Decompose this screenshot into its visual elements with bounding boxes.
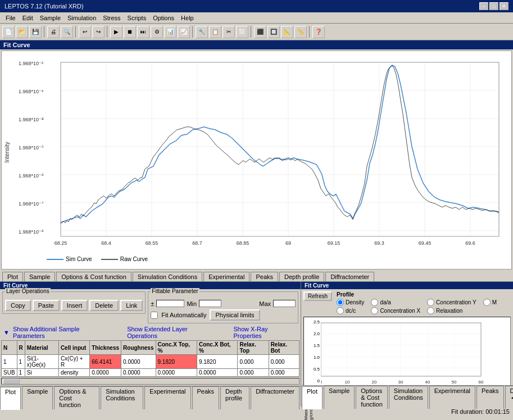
toolbar-undo[interactable]: ↩ — [79, 26, 91, 38]
tab-diffractometer[interactable]: Diffractometer — [325, 272, 374, 281]
toolbar-redo[interactable]: ↪ — [92, 26, 105, 38]
toolbar-b7[interactable]: 🔧 — [196, 26, 208, 38]
toolbar-new[interactable]: 📄 — [2, 26, 15, 38]
menu-options[interactable]: Options — [149, 13, 178, 22]
svg-text:68.25: 68.25 — [55, 240, 67, 246]
toolbar-b2[interactable]: ⏹ — [124, 26, 136, 38]
menu-sample[interactable]: Sample — [37, 13, 64, 22]
physical-limits-button[interactable]: Physical limits — [210, 309, 260, 321]
show-xray-props[interactable]: Show X-Ray Properties — [233, 326, 297, 339]
toolbar-b10[interactable]: ⬜ — [236, 26, 248, 38]
svg-text:0: 0 — [321, 380, 323, 385]
min-value-input[interactable] — [199, 300, 221, 307]
show-additional-params[interactable]: Show Additional Sample Parameters — [13, 326, 112, 339]
refresh-button[interactable]: Refresh — [303, 291, 332, 301]
tab-experimental[interactable]: Experimental — [203, 272, 249, 281]
svg-text:69.15: 69.15 — [328, 240, 341, 246]
rtab-plot[interactable]: Plot — [302, 386, 323, 409]
tab-depth-profile[interactable]: Depth profile — [279, 272, 324, 281]
radio-m[interactable]: M — [483, 299, 497, 306]
toolbar-b4[interactable]: ⚙ — [151, 26, 163, 38]
fittable-minmax-row: ± Min Max — [151, 300, 296, 307]
ytick-15: 1.5 — [314, 343, 320, 348]
tab-sample[interactable]: Sample — [24, 272, 55, 281]
toolbar-b6[interactable]: 📈 — [178, 26, 190, 38]
toolbar-b14[interactable]: 📏 — [294, 26, 307, 38]
fit-auto-checkbox[interactable] — [151, 312, 158, 319]
radio-relaxation[interactable]: Relaxation — [427, 307, 476, 314]
btab-experimental[interactable]: Experimental — [144, 386, 190, 409]
toolbar-b12[interactable]: 🔲 — [267, 26, 280, 38]
cell-conctop-1[interactable]: 9.1820 — [156, 355, 197, 369]
delete-button[interactable]: Delete — [89, 300, 119, 311]
toolbar-b1[interactable]: ▶ — [110, 26, 122, 38]
btab-sample[interactable]: Sample — [22, 386, 53, 409]
rtab-sim-cond[interactable]: Simulation Conditions — [389, 386, 428, 409]
svg-rect-51 — [321, 323, 481, 376]
tab-options-cost[interactable]: Options & Cost function — [56, 272, 131, 281]
tab-simulation-cond[interactable]: Simulation Conditions — [133, 272, 202, 281]
menu-edit[interactable]: Edit — [19, 13, 37, 22]
radio-conc-y[interactable]: Concentration Y — [427, 299, 476, 306]
fittable-value-input[interactable] — [156, 300, 184, 307]
maximize-button[interactable]: □ — [489, 2, 498, 10]
toolbar-b15[interactable]: ❓ — [312, 26, 325, 38]
rtab-sample[interactable]: Sample — [324, 386, 355, 409]
radio-conc-x[interactable]: Concentration X — [371, 307, 420, 314]
radio-density[interactable]: Density — [337, 299, 364, 306]
btab-options-cost[interactable]: Options & Cost function — [54, 386, 99, 409]
table-scrollbar[interactable] — [1, 378, 299, 385]
show-extended-ops[interactable]: Show Extended Layer Operations — [127, 326, 219, 339]
tab-plot[interactable]: Plot — [2, 272, 23, 281]
menu-help[interactable]: Help — [178, 13, 197, 22]
toolbar-open[interactable]: 📂 — [16, 26, 28, 38]
cell-r-1: 1 — [17, 355, 25, 369]
btab-diffractometer[interactable]: Diffractometer — [251, 386, 299, 409]
cell-relaxtop-1: 0.000 — [238, 355, 269, 369]
toolbar-b8[interactable]: 📋 — [209, 26, 221, 38]
scroll-thumb[interactable] — [3, 378, 20, 384]
radio-daa[interactable]: da/a — [371, 299, 420, 306]
menu-file[interactable]: File — [2, 13, 19, 22]
right-panel-content: Refresh Profile Density da/a Concentrati… — [301, 289, 513, 394]
copy-button[interactable]: Copy — [5, 300, 31, 311]
toolbar-preview[interactable]: 🔍 — [61, 26, 73, 38]
svg-text:68.55: 68.55 — [146, 240, 158, 246]
link-button[interactable]: Link — [120, 300, 143, 311]
btab-plot[interactable]: Plot — [0, 387, 21, 410]
menu-stress[interactable]: Stress — [99, 13, 124, 22]
cell-concbot-1: 9.1820 — [197, 355, 238, 369]
max-value-input[interactable] — [273, 300, 296, 307]
svg-text:30: 30 — [398, 380, 403, 385]
svg-rect-25 — [61, 62, 499, 236]
minimize-button[interactable]: − — [479, 2, 488, 10]
cell-thickness-1[interactable]: 66.4141 — [90, 355, 121, 369]
toolbar-b13[interactable]: 📐 — [281, 26, 293, 38]
rtab-options-cost[interactable]: Options & Cost function — [356, 386, 388, 409]
btab-peaks[interactable]: Peaks — [192, 386, 220, 409]
right-chart-svg: 0 10 20 30 40 50 60 — [321, 317, 484, 385]
menu-scripts[interactable]: Scripts — [124, 13, 150, 22]
min-label: Min — [187, 300, 197, 307]
insert-button[interactable]: Insert — [61, 300, 88, 311]
toolbar-b9[interactable]: ✂ — [223, 26, 235, 38]
svg-text:1.968*10⁻⁶: 1.968*10⁻⁶ — [19, 173, 44, 179]
btab-sim-cond[interactable]: Simulation Conditions — [101, 386, 143, 409]
table-header-row: N R Material Cell input Thickness Roughn… — [2, 341, 299, 355]
paste-button[interactable]: Paste — [33, 300, 60, 311]
toolbar-sep5 — [251, 26, 252, 38]
toolbar-print[interactable]: 🖨 — [47, 26, 60, 38]
menu-simulation[interactable]: Simulation — [64, 13, 99, 22]
tab-peaks[interactable]: Peaks — [251, 272, 278, 281]
rtab-de[interactable]: De ◄ — [505, 386, 513, 409]
toolbar-save[interactable]: 💾 — [29, 26, 42, 38]
rtab-experimental[interactable]: Experimental — [429, 386, 475, 409]
rtab-peaks[interactable]: Peaks — [476, 386, 504, 409]
toolbar-b5[interactable]: 📊 — [164, 26, 176, 38]
toolbar-b11[interactable]: ⬛ — [254, 26, 266, 38]
radio-dcc[interactable]: dc/c — [337, 307, 364, 314]
close-button[interactable]: ✕ — [500, 2, 509, 10]
toolbar-sep1 — [44, 26, 45, 38]
toolbar-b3[interactable]: ⏭ — [137, 26, 149, 38]
btab-depth-profile[interactable]: Depth profile — [220, 386, 249, 409]
